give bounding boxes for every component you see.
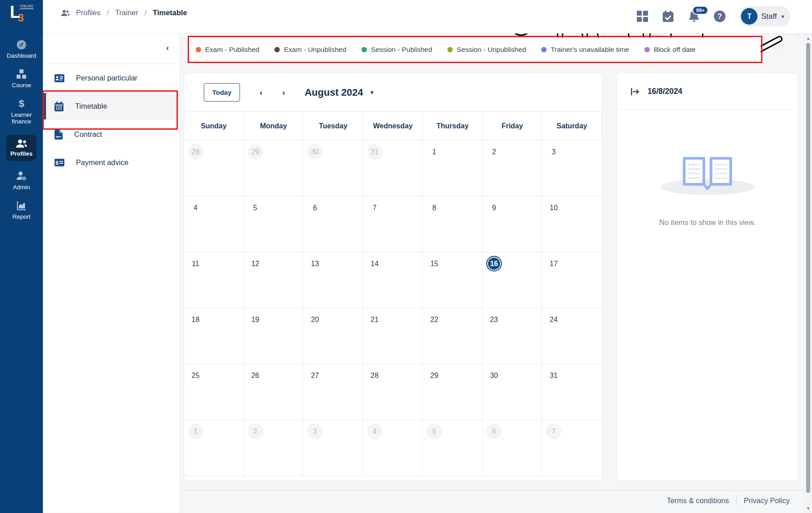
sidebar-item-course[interactable]: Course [4, 69, 39, 89]
calendar-day-cell[interactable]: 5 [423, 420, 483, 476]
calendar-day-cell[interactable]: 28 [184, 140, 244, 196]
day-number: 10 [546, 200, 561, 216]
month-label: August 2024 [305, 87, 363, 98]
heart-doodle-icon: ♡ [774, 43, 784, 57]
legend-dot-icon [196, 47, 201, 52]
subnav-item-personal-particular[interactable]: Personal particular [43, 64, 180, 92]
day-number: 25 [188, 368, 203, 383]
day-number: 18 [188, 312, 203, 327]
calendar-day-cell[interactable]: 18 [184, 308, 244, 364]
scrollbar-thumb[interactable] [806, 43, 810, 493]
calendar-day-cell[interactable]: 13 [303, 252, 363, 308]
calendar-day-cell[interactable]: 8 [423, 196, 483, 252]
calendar-day-cell[interactable]: 21 [363, 308, 423, 364]
calendar-day-cell[interactable]: 6 [303, 196, 363, 252]
breadcrumb-profiles[interactable]: Profiles [76, 8, 101, 17]
calendar-day-cell[interactable]: 12 [244, 252, 304, 308]
calendar-day-cell[interactable]: 17 [542, 252, 602, 308]
apps-grid-icon[interactable] [636, 10, 648, 22]
calendar-day-cell[interactable]: 11 [184, 252, 244, 308]
today-button[interactable]: Today [204, 83, 240, 102]
calendar-day-cell[interactable]: 24 [542, 308, 602, 364]
legend-dot-icon [541, 47, 547, 52]
calendar-day-cell[interactable]: 16 [483, 252, 543, 308]
sidebar-item-admin[interactable]: Admin [4, 171, 39, 191]
privacy-link[interactable]: Privacy Policy [744, 496, 790, 505]
subnav-item-timetable[interactable]: Timetable [43, 92, 180, 120]
calendar-day-cell[interactable]: 15 [423, 252, 483, 308]
breadcrumb: Profiles / Trainer / Timetable [61, 8, 187, 17]
calendar-day-cell[interactable]: 1 [184, 420, 244, 476]
legend-item: Block off date [644, 46, 696, 54]
user-menu[interactable]: T Staff ▼ [739, 6, 791, 26]
day-header: Saturday [542, 112, 602, 140]
user-label: Staff [761, 12, 777, 21]
dollar-icon: $ [16, 98, 27, 109]
page-scrollbar[interactable]: ▲ ▼ [804, 34, 812, 513]
calendar-day-cell[interactable]: 29 [244, 140, 304, 196]
calendar-day-cell[interactable]: 5 [244, 196, 304, 252]
month-selector[interactable]: August 2024 ▼ [305, 87, 375, 98]
calendar-day-cell[interactable]: 9 [483, 196, 543, 252]
day-header: Monday [244, 112, 304, 140]
scroll-up-icon[interactable]: ▲ [804, 34, 812, 42]
calendar-day-cell[interactable]: 7 [542, 420, 602, 476]
legend-dot-icon [447, 47, 453, 52]
help-icon[interactable]: ? [714, 10, 726, 22]
terms-link[interactable]: Terms & conditions [667, 496, 729, 505]
schedule-calendar-icon[interactable] [662, 10, 674, 23]
bar-arrow-icon[interactable] [631, 88, 640, 96]
collapse-sidebar-icon[interactable]: ‹ [166, 43, 169, 53]
scroll-down-icon[interactable]: ▼ [804, 505, 812, 512]
calendar-day-cell[interactable]: 4 [184, 196, 244, 252]
sidebar-item-learner-finance[interactable]: $ Learner finance [4, 98, 39, 125]
calendar-day-cell[interactable]: 1 [423, 140, 483, 196]
calendar-day-cell[interactable]: 31 [363, 140, 423, 196]
calendar-day-cell[interactable]: 28 [363, 364, 423, 420]
calendar-day-cell[interactable]: 2 [483, 140, 543, 196]
calendar-day-cell[interactable]: 2 [244, 420, 304, 476]
calendar-day-cell[interactable]: 14 [363, 252, 423, 308]
calendar-day-cell[interactable]: 3 [542, 140, 602, 196]
day-number: 5 [248, 200, 263, 216]
chart-icon [16, 200, 27, 211]
calendar-day-cell[interactable]: 7 [363, 196, 423, 252]
day-number: 6 [307, 200, 323, 216]
calendar-day-cell[interactable]: 3 [303, 420, 363, 476]
calendar-day-cell[interactable]: 6 [483, 420, 543, 476]
day-number: 17 [546, 256, 561, 271]
sidebar-item-dashboard[interactable]: Dashboard [4, 39, 39, 59]
calendar-day-cell[interactable]: 29 [423, 364, 483, 420]
calendar-day-cell[interactable]: 26 [244, 364, 304, 420]
empty-message: No items to show in this view. [659, 218, 756, 227]
calendar-day-cell[interactable]: 23 [483, 308, 543, 364]
breadcrumb-trainer[interactable]: Trainer [115, 8, 139, 17]
subnav-item-contract[interactable]: Contract [43, 120, 180, 148]
open-book-icon [680, 155, 735, 191]
day-number: 6 [486, 424, 502, 439]
calendar-icon [55, 102, 63, 111]
next-month-icon[interactable]: › [282, 88, 285, 98]
svg-text:$: $ [19, 98, 24, 109]
app-logo[interactable]: L 3 LIFELONGLEARNING [0, 0, 43, 28]
calendar-day-cell[interactable]: 31 [542, 364, 602, 420]
day-number: 12 [248, 256, 263, 271]
legend-bar: Exam - Published Exam - Unpublished Sess… [189, 38, 761, 62]
prev-month-icon[interactable]: ‹ [260, 88, 262, 98]
calendar-day-cell[interactable]: 19 [244, 308, 304, 364]
subnav-item-payment-advice[interactable]: $ Payment advice [43, 148, 180, 177]
calendar-day-cell[interactable]: 30 [303, 140, 363, 196]
notification-bell-icon[interactable]: 99+ [688, 10, 700, 23]
calendar-day-cell[interactable]: 27 [303, 364, 363, 420]
sidebar-item-profiles[interactable]: Profiles [6, 135, 37, 161]
sidebar-item-report[interactable]: Report [4, 200, 39, 220]
breadcrumb-timetable: Timetable [153, 8, 187, 17]
calendar-day-cell[interactable]: 20 [303, 308, 363, 364]
day-number: 23 [486, 312, 502, 327]
legend-item: Exam - Unpublished [274, 46, 346, 54]
calendar-day-cell[interactable]: 25 [184, 364, 244, 420]
calendar-day-cell[interactable]: 10 [542, 196, 602, 252]
calendar-day-cell[interactable]: 22 [423, 308, 483, 364]
calendar-day-cell[interactable]: 4 [363, 420, 423, 476]
calendar-day-cell[interactable]: 30 [483, 364, 543, 420]
